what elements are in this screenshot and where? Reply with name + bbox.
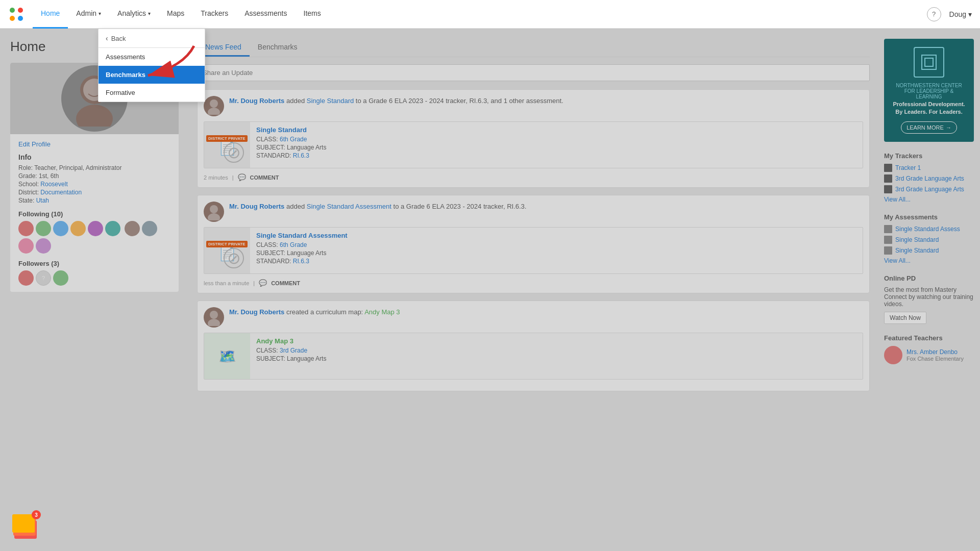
back-label: Back	[111, 35, 126, 42]
nav-admin-label: Admin	[76, 9, 96, 17]
nav-maps[interactable]: Maps	[159, 0, 192, 29]
user-dropdown-arrow: ▾	[968, 10, 972, 18]
nav-items: Home Admin ▾ Analytics ▾ Maps Trackers A…	[33, 0, 927, 29]
back-arrow-icon: ‹	[106, 34, 108, 42]
nav-analytics[interactable]: Analytics ▾	[109, 0, 159, 29]
dropdown-overlay	[0, 29, 980, 551]
badge-count: 3	[32, 510, 41, 519]
nav-assessments-label: Assessments	[244, 9, 287, 17]
nav-trackers-label: Trackers	[201, 9, 228, 17]
nav-items-label: Items	[304, 9, 321, 17]
svg-point-0	[10, 8, 15, 13]
svg-point-3	[18, 16, 23, 21]
dropdown-formative[interactable]: Formative	[99, 84, 205, 102]
dropdown-benchmarks-label: Benchmarks	[106, 71, 145, 79]
nav-assessments[interactable]: Assessments	[236, 0, 295, 29]
floating-badge[interactable]: 3	[12, 512, 39, 539]
nav-trackers[interactable]: Trackers	[192, 0, 236, 29]
nav-right: ? Doug ▾	[927, 7, 972, 21]
svg-point-2	[10, 16, 15, 21]
nav-maps-label: Maps	[167, 9, 184, 17]
user-menu[interactable]: Doug ▾	[949, 10, 972, 18]
dropdown-benchmarks[interactable]: Benchmarks	[99, 66, 205, 84]
dropdown-assessments-label: Assessments	[106, 53, 145, 61]
nav-home[interactable]: Home	[33, 0, 68, 29]
dropdown-assessments[interactable]: Assessments	[99, 48, 205, 66]
dropdown-formative-label: Formative	[106, 89, 135, 96]
svg-point-1	[18, 8, 23, 13]
analytics-dropdown-arrow: ▾	[148, 11, 151, 16]
topbar: Home Admin ▾ Analytics ▾ Maps Trackers A…	[0, 0, 980, 29]
dropdown-back-button[interactable]: ‹ Back	[99, 29, 205, 48]
nav-analytics-label: Analytics	[117, 9, 146, 17]
app-logo[interactable]	[8, 6, 24, 22]
nav-admin[interactable]: Admin ▾	[68, 0, 109, 29]
user-name: Doug	[949, 10, 966, 18]
admin-dropdown-arrow: ▾	[99, 11, 101, 16]
nav-home-label: Home	[41, 9, 60, 17]
badge-icon[interactable]: 3	[12, 512, 39, 539]
badge-layer-3	[12, 514, 35, 533]
help-button[interactable]: ?	[927, 7, 941, 21]
help-icon: ?	[932, 10, 936, 18]
admin-dropdown-menu: ‹ Back Assessments Benchmarks Formative	[98, 29, 205, 102]
nav-items[interactable]: Items	[296, 0, 329, 29]
